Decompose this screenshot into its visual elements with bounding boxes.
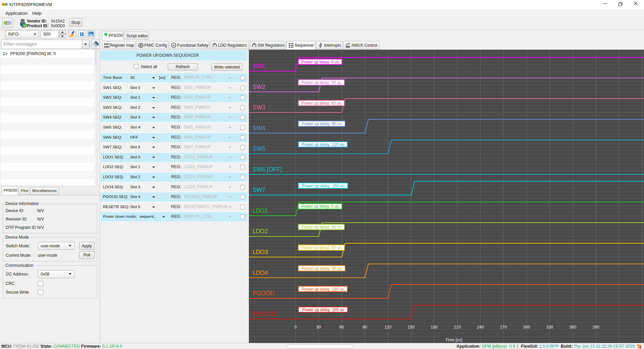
svg-text:Power up delay: 150 us: Power up delay: 150 us [302,307,344,312]
svg-text:180: 180 [431,325,438,330]
svg-text:Power up delay: 30 us: Power up delay: 30 us [302,80,341,85]
svg-text:Power up delay: 30 us: Power up delay: 30 us [302,225,341,230]
svg-text:PGOOD: PGOOD [253,290,274,297]
svg-text:120: 120 [384,325,391,330]
svg-text:90: 90 [363,325,367,330]
svg-text:LDO2: LDO2 [253,228,268,235]
svg-text:330: 330 [546,325,553,330]
svg-text:LDO3: LDO3 [253,249,268,255]
svg-text:Power up delay: 90 us: Power up delay: 90 us [302,266,342,271]
svg-text:SW3: SW3 [253,104,265,111]
svg-text:300: 300 [523,325,530,330]
svg-text:240: 240 [477,325,484,330]
svg-text:0101: 0101 [104,43,109,46]
svg-text:60: 60 [339,325,344,330]
svg-text:390: 390 [592,325,599,330]
svg-text:LDO1: LDO1 [253,207,268,214]
svg-text:SW4: SW4 [253,125,265,132]
svg-text:360: 360 [569,325,576,330]
svg-text:N: N [2,3,4,6]
svg-text:LDO4: LDO4 [253,269,268,276]
svg-text:270: 270 [500,325,507,330]
svg-text:Power up delay: 120 us: Power up delay: 120 us [302,287,344,292]
svg-text:SW7: SW7 [253,187,265,193]
svg-text:210: 210 [454,325,461,330]
svg-text:30: 30 [316,325,321,330]
svg-text:SW1: SW1 [253,63,265,69]
svg-text:RESETB: RESETB [253,311,276,317]
svg-text:Power up delay: 90 us: Power up delay: 90 us [302,121,342,126]
svg-text:Power up delay: 60 us: Power up delay: 60 us [302,101,341,106]
svg-text:Power up delay: 60 us: Power up delay: 60 us [302,245,341,250]
svg-text:Power up delay: 0 us: Power up delay: 0 us [301,60,339,64]
svg-text:1001: 1001 [104,46,109,48]
svg-text:Power up delay: 150 us: Power up delay: 150 us [302,184,344,188]
svg-text:150: 150 [408,325,415,330]
svg-text:Power up delay: 0 us: Power up delay: 0 us [301,204,339,209]
svg-text:0: 0 [294,325,297,330]
svg-text:Power up delay: 120 us: Power up delay: 120 us [302,142,344,147]
svg-text:SW5: SW5 [253,145,265,152]
svg-text:SW2: SW2 [253,84,265,90]
svg-text:Time [us]: Time [us] [445,338,463,342]
svg-text:SW6 [OFF]: SW6 [OFF] [253,166,282,173]
